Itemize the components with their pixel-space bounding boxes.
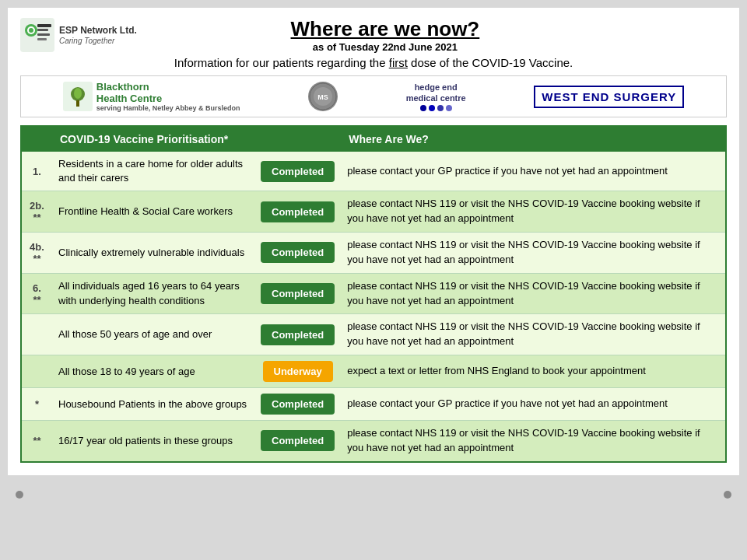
row-number: 2b. **: [21, 191, 52, 233]
row-group: 16/17 year old patients in these groups: [52, 421, 254, 462]
esp-company-name: ESP Network Ltd.: [59, 25, 137, 36]
status-badge: Completed: [261, 283, 335, 304]
row-number: 6. **: [21, 273, 52, 314]
logo-west-end: WEST END SURGERY: [534, 86, 684, 108]
table-row: *Housebound Patients in the above groups…: [21, 388, 726, 421]
row-status: Completed: [254, 152, 341, 191]
row-status: Completed: [254, 421, 341, 462]
row-info: please contact your GP practice if you h…: [341, 152, 726, 191]
vaccine-table: COVID-19 Vaccine Prioritisation* Where A…: [20, 125, 727, 463]
footer-dots: [0, 483, 747, 499]
row-number: 1.: [21, 152, 52, 191]
svg-rect-6: [37, 33, 50, 36]
col-header-group: COVID-19 Vaccine Prioritisation*: [52, 126, 254, 152]
row-info: please contact NHS 119 or visit the NHS …: [341, 273, 726, 314]
esp-tagline: Caring Together: [59, 37, 114, 45]
table-row: 2b. **Frontline Health & Social Care wor…: [21, 191, 726, 233]
main-title: Where are we now?: [137, 17, 633, 41]
row-group: Residents in a care home for older adult…: [52, 152, 254, 191]
row-group: Clinically extremely vulnerable individu…: [52, 233, 254, 274]
status-badge: Completed: [261, 201, 335, 222]
row-number: [21, 355, 52, 388]
svg-rect-4: [37, 24, 51, 27]
logo-blackthorn: Blackthorn Health Centre serving Hamble,…: [63, 81, 240, 112]
esp-logo-icon: [20, 18, 54, 52]
row-group: All those 50 years of age and over: [52, 314, 254, 355]
date-text: as of Tuesday 22nd June 2021: [137, 41, 633, 53]
row-status: Completed: [254, 388, 341, 421]
svg-point-3: [29, 28, 33, 33]
col-header-status: [254, 126, 341, 152]
status-badge: Completed: [261, 161, 335, 182]
status-badge: Completed: [261, 242, 335, 263]
row-info: expect a text or letter from NHS England…: [341, 355, 726, 388]
table-row: 4b. **Clinically extremely vulnerable in…: [21, 233, 726, 274]
row-number: **: [21, 421, 52, 462]
esp-logo: ESP Network Ltd. Caring Together: [20, 18, 137, 52]
row-group: Housebound Patients in the above groups: [52, 388, 254, 421]
milestone-icon: MS: [308, 82, 338, 111]
status-badge: Completed: [261, 394, 335, 415]
row-status: Completed: [254, 191, 341, 233]
subtitle: Information for our patients regarding t…: [20, 56, 727, 69]
status-badge: Completed: [261, 324, 335, 345]
logo-hedge-end: hedge end medical centre: [406, 82, 466, 112]
row-number: *: [21, 388, 52, 421]
status-badge: Completed: [261, 430, 335, 451]
row-info: please contact your GP practice if you h…: [341, 388, 726, 421]
logos-row: Blackthorn Health Centre serving Hamble,…: [20, 75, 727, 117]
row-info: please contact NHS 119 or visit the NHS …: [341, 191, 726, 233]
row-info: please contact NHS 119 or visit the NHS …: [341, 233, 726, 274]
row-group: All individuals aged 16 years to 64 year…: [52, 273, 254, 314]
blackthorn-icon: [63, 82, 93, 111]
row-info: please contact NHS 119 or visit the NHS …: [341, 314, 726, 355]
row-group: Frontline Health & Social Care workers: [52, 191, 254, 233]
row-info: please contact NHS 119 or visit the NHS …: [341, 421, 726, 462]
svg-text:MS: MS: [317, 93, 328, 101]
row-status: Completed: [254, 273, 341, 314]
dot-right: [724, 491, 731, 499]
table-row: All those 50 years of age and overComple…: [21, 314, 726, 355]
table-row: All those 18 to 49 years of ageUnderwaye…: [21, 355, 726, 388]
table-row: 1.Residents in a care home for older adu…: [21, 152, 726, 191]
svg-rect-9: [76, 100, 79, 107]
row-group: All those 18 to 49 years of age: [52, 355, 254, 388]
svg-point-10: [74, 88, 82, 99]
row-status: Completed: [254, 233, 341, 274]
title-block: Where are we now? as of Tuesday 22nd Jun…: [137, 17, 633, 53]
row-status: Underway: [254, 355, 341, 388]
table-row: **16/17 year old patients in these group…: [21, 421, 726, 462]
logo-milestone: MS: [308, 82, 338, 111]
row-number: [21, 314, 52, 355]
col-header-info: Where Are We?: [341, 126, 726, 152]
svg-rect-5: [37, 29, 48, 31]
row-status: Completed: [254, 314, 341, 355]
col-header-priority: [21, 126, 52, 152]
dot-left: [16, 491, 23, 499]
table-row: 6. **All individuals aged 16 years to 64…: [21, 273, 726, 314]
row-number: 4b. **: [21, 233, 52, 274]
status-badge: Underway: [263, 361, 333, 382]
svg-rect-7: [37, 38, 47, 40]
